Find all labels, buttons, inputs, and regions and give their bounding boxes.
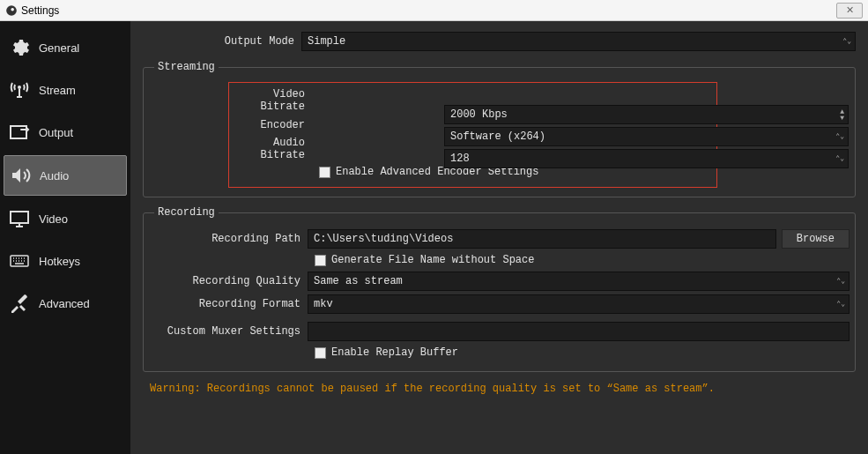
audio-bitrate-label: Audio Bitrate xyxy=(233,137,312,161)
muxer-label: Custom Muxer Settings xyxy=(149,325,308,338)
warning-text: Warning: Recordings cannot be paused if … xyxy=(150,383,856,395)
spinner-icon[interactable]: ▲▼ xyxy=(840,106,844,123)
recording-format-select[interactable]: mkv ⌃⌄ xyxy=(308,294,849,314)
chevron-updown-icon: ⌃⌄ xyxy=(835,150,844,167)
sidebar-item-general[interactable]: General xyxy=(0,26,130,69)
monitor-icon xyxy=(9,208,30,229)
svg-point-2 xyxy=(18,86,21,89)
filename-nospace-row[interactable]: Generate File Name without Space xyxy=(315,250,849,270)
sidebar-item-stream[interactable]: Stream xyxy=(0,69,130,111)
video-bitrate-label: Video Bitrate xyxy=(233,88,312,113)
keyboard-icon xyxy=(9,250,30,272)
sidebar-item-audio[interactable]: Audio xyxy=(4,155,127,196)
titlebar-left: Settings xyxy=(5,4,59,17)
output-mode-value: Simple xyxy=(308,35,345,48)
audio-bitrate-select[interactable]: 128 ⌃⌄ xyxy=(444,149,849,168)
recording-group: Recording Recording Path C:\Users\tuding… xyxy=(143,206,856,372)
streaming-fields-overlay: 2000 Kbps ▲▼ Software (x264) ⌃⌄ 128 ⌃⌄ xyxy=(444,105,849,168)
content-panel: Output Mode Simple ⌃⌄ Streaming Video Bi… xyxy=(130,21,868,454)
output-mode-label: Output Mode xyxy=(143,35,301,48)
chevron-updown-icon: ⌃⌄ xyxy=(842,33,851,50)
recording-path-label: Recording Path xyxy=(149,233,308,245)
titlebar: Settings ✕ xyxy=(0,0,868,21)
chevron-updown-icon: ⌃⌄ xyxy=(836,272,845,290)
window-title: Settings xyxy=(21,4,59,17)
app-icon xyxy=(5,4,18,17)
main: General Stream Output Audio Video xyxy=(0,21,868,454)
video-bitrate-input[interactable]: 2000 Kbps ▲▼ xyxy=(444,105,849,124)
sidebar-item-label: Audio xyxy=(40,169,69,182)
recording-format-label: Recording Format xyxy=(149,298,308,310)
svg-rect-4 xyxy=(11,212,28,223)
muxer-input[interactable] xyxy=(308,322,849,341)
advanced-encoder-checkbox[interactable] xyxy=(319,167,330,178)
svg-rect-3 xyxy=(11,126,26,138)
sidebar-item-hotkeys[interactable]: Hotkeys xyxy=(0,240,130,282)
browse-button[interactable]: Browse xyxy=(782,229,849,249)
close-button[interactable]: ✕ xyxy=(836,3,863,19)
sidebar: General Stream Output Audio Video xyxy=(0,21,130,454)
recording-path-input[interactable]: C:\Users\tuding\Videos xyxy=(308,229,776,249)
chevron-updown-icon: ⌃⌄ xyxy=(836,295,845,313)
streaming-group: Streaming Video Bitrate Encoder Audio Bi… xyxy=(143,61,856,197)
output-icon xyxy=(9,122,30,143)
streaming-legend: Streaming xyxy=(154,61,219,73)
video-bitrate-value: 2000 Kbps xyxy=(450,108,508,121)
output-mode-row: Output Mode Simple ⌃⌄ xyxy=(143,30,856,52)
speaker-icon xyxy=(10,165,31,186)
gear-icon xyxy=(9,37,30,58)
sidebar-item-label: Video xyxy=(39,212,68,226)
sidebar-item-label: Stream xyxy=(39,84,76,97)
recording-format-value: mkv xyxy=(314,298,333,310)
sidebar-item-output[interactable]: Output xyxy=(0,111,130,153)
tools-icon xyxy=(9,293,30,314)
chevron-updown-icon: ⌃⌄ xyxy=(835,128,844,145)
sidebar-item-label: Hotkeys xyxy=(39,255,80,268)
close-icon: ✕ xyxy=(846,4,854,16)
encoder-label: Encoder xyxy=(233,119,312,131)
replay-buffer-row[interactable]: Enable Replay Buffer xyxy=(315,343,849,362)
recording-quality-select[interactable]: Same as stream ⌃⌄ xyxy=(308,272,849,291)
recording-path-value: C:\Users\tuding\Videos xyxy=(314,233,453,245)
output-mode-select[interactable]: Simple ⌃⌄ xyxy=(301,32,856,51)
audio-bitrate-value: 128 xyxy=(450,153,470,165)
svg-point-1 xyxy=(11,8,14,11)
sidebar-item-label: Advanced xyxy=(39,297,90,310)
antenna-icon xyxy=(9,79,30,100)
recording-quality-label: Recording Quality xyxy=(149,275,308,287)
filename-nospace-checkbox[interactable] xyxy=(315,255,326,266)
encoder-value: Software (x264) xyxy=(450,130,545,143)
filename-nospace-label: Generate File Name without Space xyxy=(331,254,534,266)
sidebar-item-label: Output xyxy=(39,126,73,139)
encoder-select[interactable]: Software (x264) ⌃⌄ xyxy=(444,127,849,146)
sidebar-item-advanced[interactable]: Advanced xyxy=(0,282,130,324)
replay-buffer-checkbox[interactable] xyxy=(315,347,326,359)
replay-buffer-label: Enable Replay Buffer xyxy=(331,346,458,359)
recording-quality-value: Same as stream xyxy=(314,275,403,287)
sidebar-item-video[interactable]: Video xyxy=(0,197,130,240)
recording-legend: Recording xyxy=(154,206,219,219)
sidebar-item-label: General xyxy=(39,41,79,55)
